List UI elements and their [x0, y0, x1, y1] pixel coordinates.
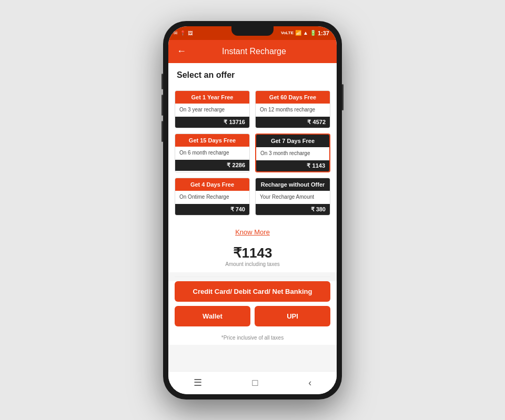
page-title: Instant Recharge	[193, 47, 316, 56]
volume-down-button	[161, 121, 163, 142]
offer-body-7days: On 3 month recharge	[256, 147, 329, 160]
phone-frame: ✉ 📍 🖼 VoLTE 📶 ▲ 🔋 1:37 ← Instant Recharg…	[163, 21, 342, 399]
photo-icon: 🖼	[188, 30, 193, 36]
phone-screen: ✉ 📍 🖼 VoLTE 📶 ▲ 🔋 1:37 ← Instant Recharg…	[168, 26, 337, 394]
offer-card-4days[interactable]: Get 4 Days Free On Ontime Recharge ₹ 740	[175, 178, 250, 216]
offer-desc-15days: On 6 month recharge	[179, 150, 245, 156]
status-time: 1:37	[318, 30, 329, 36]
home-icon[interactable]: □	[252, 377, 258, 388]
offer-body-60days: On 12 months recharge	[256, 104, 330, 117]
know-more-row: Know More	[168, 221, 337, 241]
volume-silent-button	[161, 74, 163, 89]
amount-section: ₹1143 Amount including taxes	[168, 241, 337, 272]
upi-button[interactable]: UPI	[255, 306, 330, 326]
back-nav-icon[interactable]: ‹	[308, 377, 311, 388]
offer-desc-no-offer: Your Recharge Amount	[260, 194, 326, 200]
wallet-button[interactable]: Wallet	[175, 306, 250, 326]
main-content: Select an offer Get 1 Year Free On 3 yea…	[168, 63, 337, 371]
back-button[interactable]: ←	[177, 46, 186, 57]
payment-buttons: Credit Card/ Debit Card/ Net Banking Wal…	[168, 281, 337, 333]
offer-badge-1year: Get 1 Year Free	[175, 91, 249, 104]
offer-card-1year[interactable]: Get 1 Year Free On 3 year recharge ₹ 137…	[175, 90, 250, 128]
offer-amount-1year: ₹ 13716	[175, 117, 249, 128]
offer-badge-7days: Get 7 Days Free	[256, 135, 329, 147]
offer-badge-15days: Get 15 Days Free	[175, 134, 249, 147]
offer-body-1year: On 3 year recharge	[175, 104, 249, 117]
bottom-navigation: ☰ □ ‹	[168, 371, 337, 394]
amount-display: ₹1143	[168, 245, 337, 261]
offer-amount-4days: ₹ 740	[175, 204, 249, 215]
offer-amount-60days: ₹ 4572	[256, 117, 330, 128]
offer-desc-4days: On Ontime Recharge	[179, 194, 245, 200]
status-icons-left: ✉ 📍 🖼	[174, 30, 193, 36]
card-payment-button[interactable]: Credit Card/ Debit Card/ Net Banking	[175, 281, 330, 302]
offer-badge-4days: Get 4 Days Free	[175, 178, 249, 191]
volume-up-button	[161, 95, 163, 116]
power-button	[342, 84, 344, 110]
notch	[231, 26, 274, 36]
section-title: Select an offer	[168, 63, 337, 85]
volte-icon: VoLTE	[281, 30, 294, 35]
amount-tax-note: Amount including taxes	[168, 261, 337, 267]
offer-badge-no-offer: Recharge without Offer	[256, 178, 330, 191]
status-icons-right: VoLTE 📶 ▲ 🔋 1:37	[281, 30, 329, 36]
offer-desc-1year: On 3 year recharge	[179, 107, 245, 112]
offer-card-60days[interactable]: Get 60 Days Free On 12 months recharge ₹…	[255, 90, 330, 128]
gmail-icon: ✉	[174, 30, 178, 36]
divider-1	[175, 276, 330, 277]
know-more-link[interactable]: Know More	[235, 228, 270, 236]
offer-desc-7days: On 3 month recharge	[260, 150, 325, 156]
offers-grid: Get 1 Year Free On 3 year recharge ₹ 137…	[168, 85, 337, 221]
offer-card-15days[interactable]: Get 15 Days Free On 6 month recharge ₹ 2…	[175, 134, 250, 172]
offer-body-no-offer: Your Recharge Amount	[256, 191, 330, 204]
wifi-icon: ▲	[303, 30, 308, 36]
offer-amount-7days: ₹ 1143	[256, 160, 329, 171]
battery-icon: 🔋	[310, 30, 316, 36]
offer-card-7days[interactable]: Get 7 Days Free On 3 month recharge ₹ 11…	[255, 134, 330, 172]
offer-body-4days: On Ontime Recharge	[175, 191, 249, 204]
offer-badge-60days: Get 60 Days Free	[256, 91, 330, 104]
signal-icon: 📶	[295, 30, 301, 36]
offer-desc-60days: On 12 months recharge	[260, 107, 326, 112]
offer-body-15days: On 6 month recharge	[175, 147, 249, 160]
tax-footer: *Price inclusive of all taxes	[168, 333, 337, 345]
top-navigation: ← Instant Recharge	[168, 40, 337, 63]
wallet-upi-row: Wallet UPI	[175, 306, 330, 326]
offer-amount-no-offer: ₹ 380	[256, 204, 330, 215]
offer-amount-15days: ₹ 2286	[175, 160, 249, 171]
location-icon: 📍	[180, 30, 186, 36]
offer-card-no-offer[interactable]: Recharge without Offer Your Recharge Amo…	[255, 178, 330, 216]
menu-icon[interactable]: ☰	[194, 377, 202, 388]
